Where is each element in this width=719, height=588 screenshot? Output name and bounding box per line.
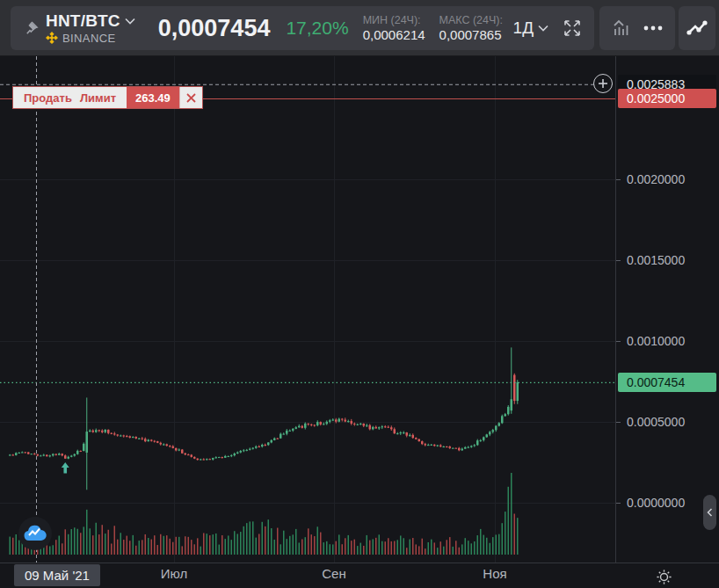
candlestick-chart: [0, 56, 615, 563]
high-24h: МАКС (24Ч): 0,0007865: [439, 14, 503, 42]
pin-icon[interactable]: [23, 20, 39, 36]
chart-window: HNT/BTC BINANCE 0,0007454: [0, 0, 719, 588]
price-tick-mark: [616, 503, 621, 504]
price-tick-label: 0.0010000: [627, 334, 685, 348]
binance-logo-icon: [46, 32, 58, 44]
price-tick-mark: [616, 422, 621, 423]
price-tick-mark: [616, 260, 621, 261]
line-chart-button[interactable]: [686, 18, 708, 38]
exchange-name: BINANCE: [62, 33, 116, 44]
settings-gear-icon[interactable]: [652, 565, 675, 588]
exchange-row: BINANCE: [46, 32, 135, 44]
price-tick-label: 0.0000000: [627, 496, 685, 510]
time-axis-label: Ноя: [483, 566, 506, 581]
price-tick-label: 0.0015000: [627, 253, 685, 267]
crosshair-date-label: 09 Май '21: [14, 564, 100, 586]
more-button[interactable]: [643, 25, 664, 31]
sell-limit-order-label[interactable]: Продать Лимит 263.49: [12, 86, 203, 109]
order-label-text: Продать Лимит: [13, 87, 127, 108]
last-price-label: 0.0007454: [618, 373, 716, 392]
symbol-menu[interactable]: HNT/BTC: [46, 12, 135, 29]
price-tick-label: 0.0005000: [627, 415, 685, 429]
close-order-icon[interactable]: [179, 87, 202, 108]
chart-plot-area[interactable]: Продать Лимит 263.49: [0, 56, 615, 563]
chart-tools-group: [599, 6, 675, 50]
time-axis[interactable]: 09 Май '21 ИюлСенНоя: [0, 563, 719, 588]
time-axis-label: Июл: [161, 566, 187, 581]
top-toolbar: HNT/BTC BINANCE 0,0007454: [0, 0, 719, 56]
publish-cloud-button[interactable]: [18, 517, 52, 550]
chart-style-button[interactable]: [611, 18, 632, 39]
current-price: 0,0007454: [158, 15, 271, 42]
chevron-down-icon: [125, 18, 135, 25]
price-tick-mark: [616, 341, 621, 342]
chevron-left-icon: [707, 508, 713, 517]
line-chart-tool: [679, 6, 715, 50]
low-24h: МИН (24Ч): 0,0006214: [363, 14, 425, 42]
time-axis-label: Сен: [322, 566, 345, 581]
order-amount: 263.49: [127, 87, 179, 108]
change-percent: 17,20%: [286, 18, 348, 39]
price-tick-label: 0.0020000: [627, 172, 685, 186]
interval-selector[interactable]: 1Д: [513, 18, 548, 38]
more-icon: [643, 25, 664, 31]
symbol-name: HNT/BTC: [46, 12, 120, 29]
fullscreen-icon[interactable]: [563, 18, 582, 38]
chevron-down-icon: [538, 25, 548, 32]
cloud-icon: [23, 524, 47, 543]
order-price-label: 0.0025000: [618, 89, 716, 108]
price-tick-mark: [616, 179, 621, 180]
add-alert-plus-icon[interactable]: [593, 74, 613, 93]
collapse-panel-button[interactable]: [703, 495, 716, 530]
price-axis[interactable]: 0.0025883 0.0025000 0.0007454 0.00200000…: [615, 56, 719, 588]
interval-value: 1Д: [513, 18, 534, 38]
symbol-info-bar: HNT/BTC BINANCE 0,0007454: [11, 6, 594, 50]
